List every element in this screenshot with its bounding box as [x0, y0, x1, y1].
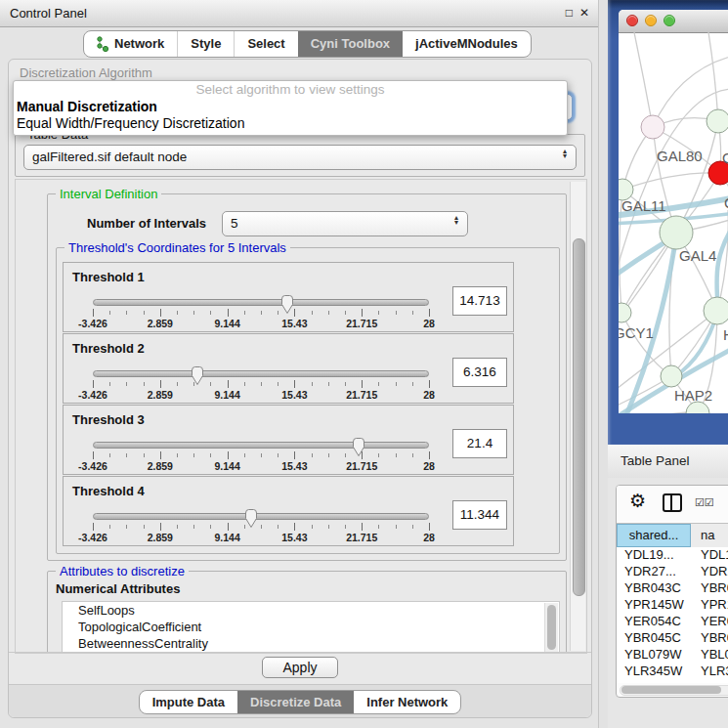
tab-discretize-data[interactable]: Discretize Data [237, 691, 354, 713]
network-node[interactable] [707, 109, 728, 133]
table-horizontal-scrollbar[interactable] [620, 685, 728, 696]
tab-infer-network[interactable]: Infer Network [354, 691, 460, 713]
column-header-shared-name[interactable]: shared... [617, 524, 691, 547]
network-window: GAL80GACGAL11GAL4GCY1HHAP2 [619, 10, 728, 413]
threshold-slider[interactable]: -3.4262.8599.14415.4321.71528 [93, 294, 429, 329]
apply-row: Apply [9, 652, 591, 685]
network-node[interactable] [641, 115, 664, 139]
dropdown-item-manual-discretization[interactable]: Manual Discretization [14, 99, 567, 115]
table-cell[interactable]: YBR045C [617, 630, 691, 647]
number-of-intervals-combobox[interactable]: 5 ▴ ▾ [222, 211, 468, 236]
table-cell[interactable]: YPR145W [617, 597, 691, 614]
dropdown-prompt-item[interactable]: Select algorithm to view settings [14, 81, 567, 99]
table-row[interactable]: YBR045CYBR0 [617, 630, 728, 647]
scrollbar-thumb[interactable] [573, 238, 585, 596]
table-cell[interactable]: YER0 [691, 614, 728, 630]
slider-track[interactable] [93, 513, 429, 520]
dropdown-item-equal-width-frequency-discretization[interactable]: Equal Width/Frequency Discretization [14, 115, 567, 132]
attribute-item-betweennesscentrality[interactable]: BetweennessCentrality [63, 635, 559, 652]
table-cell[interactable]: YBR0 [691, 630, 728, 647]
tab-network[interactable]: Network [84, 31, 177, 57]
apply-button[interactable]: Apply [262, 657, 337, 678]
table-cell[interactable]: YBL0 [691, 647, 728, 664]
tick-mark [109, 453, 110, 457]
table-cell[interactable]: YDR2 [691, 564, 728, 580]
table-cell[interactable]: YER054C [617, 614, 691, 630]
slider-thumb[interactable] [190, 365, 205, 386]
tab-style[interactable]: Style [177, 31, 234, 57]
network-window-titlebar[interactable] [619, 10, 728, 33]
tab-select[interactable]: Select [234, 31, 297, 57]
table-cell[interactable]: YDL19... [617, 547, 691, 564]
network-edge [622, 173, 720, 190]
zoom-traffic-light-icon[interactable] [664, 15, 675, 26]
table-row[interactable]: YIL052CYIL0 [617, 680, 728, 683]
table-panel-titlebar: Table Panel [608, 445, 728, 479]
table-cell[interactable]: YBL079W [617, 647, 691, 664]
network-node[interactable] [704, 297, 728, 324]
table-row[interactable]: YER054CYER0 [617, 614, 728, 630]
threshold-slider[interactable]: -3.4262.8599.14415.4321.71528 [93, 365, 429, 401]
table-row[interactable]: YPR145WYPR1 [617, 597, 728, 614]
settings-scrollbar[interactable] [570, 182, 585, 651]
table-cell[interactable]: YIL0 [691, 680, 728, 683]
tab-cyni-toolbox[interactable]: Cyni Toolbox [298, 31, 403, 57]
close-window-icon[interactable]: ✕ [579, 6, 589, 20]
network-node[interactable] [619, 303, 631, 322]
float-window-icon[interactable]: □ [566, 6, 573, 20]
tab-impute-data[interactable]: Impute Data [140, 691, 237, 713]
slider-track[interactable] [93, 442, 429, 449]
tick-mark [345, 453, 346, 457]
threshold-value-field[interactable]: 14.713 [452, 286, 507, 316]
scrollbar-thumb[interactable] [621, 686, 721, 694]
tick-mark [160, 380, 161, 388]
minimize-traffic-light-icon[interactable] [645, 15, 657, 26]
table-row[interactable]: YBL079WYBL0 [617, 647, 728, 664]
table-row[interactable]: YDR27...YDR2 [617, 564, 728, 580]
table-cell[interactable]: YDR27... [617, 564, 691, 580]
network-node[interactable] [660, 216, 693, 249]
tick-mark [312, 382, 313, 386]
table-cell[interactable]: YLR345W [617, 664, 691, 680]
scrollbar-thumb[interactable] [547, 605, 556, 650]
list-scrollbar[interactable] [544, 603, 558, 654]
tick-mark [160, 523, 161, 531]
slider-thumb[interactable] [351, 437, 366, 457]
gear-icon[interactable]: ⚙ [629, 490, 646, 512]
threshold-value-field[interactable]: 6.316 [452, 358, 507, 387]
combobox-arrows-icon[interactable]: ▴ ▾ [454, 216, 458, 225]
threshold-value-field[interactable]: 21.4 [452, 429, 507, 458]
threshold-slider[interactable]: -3.4262.8599.14415.4321.71528 [93, 437, 429, 472]
table-row[interactable]: YDL19...YDL1 [617, 547, 728, 564]
table-data-combobox[interactable]: galFiltered.sif default node ▴ ▾ [23, 145, 577, 170]
attribute-item-topologicalcoefficient[interactable]: TopologicalCoefficient [63, 619, 559, 635]
numerical-attributes-list[interactable]: SelfLoopsTopologicalCoefficientBetweenne… [62, 601, 560, 654]
threshold-value-field[interactable]: 11.344 [452, 500, 507, 530]
slider-tick-labels: -3.4262.8599.14415.4321.71528 [93, 318, 429, 329]
slider-track[interactable] [93, 299, 429, 306]
network-canvas[interactable]: GAL80GACGAL11GAL4GCY1HHAP2 [619, 32, 728, 413]
slider-track[interactable] [93, 370, 429, 377]
slider-thumb[interactable] [243, 508, 259, 529]
tab-jactivemnodules[interactable]: jActiveMNodules [403, 31, 531, 57]
column-header-name[interactable]: na [691, 524, 728, 547]
attribute-item-selfloops[interactable]: SelfLoops [63, 602, 559, 619]
tick-label: 9.144 [214, 389, 239, 401]
table-cell[interactable]: YBR0 [691, 580, 728, 597]
table-cell[interactable]: YDL1 [691, 547, 728, 564]
table-row[interactable]: YLR345WYLR3 [617, 664, 728, 680]
network-node[interactable] [661, 365, 682, 387]
close-traffic-light-icon[interactable] [626, 15, 638, 26]
table-cell[interactable]: YBR043C [617, 580, 691, 597]
table-row[interactable]: YBR043CYBR0 [617, 580, 728, 597]
slider-thumb[interactable] [279, 294, 295, 315]
select-columns-checkboxes-icon[interactable]: ☑☑ [695, 496, 714, 509]
table-cell[interactable]: YPR1 [691, 597, 728, 614]
table-cell[interactable]: YIL052C [617, 680, 691, 683]
tick-mark [93, 380, 94, 388]
attributes-items: SelfLoopsTopologicalCoefficientBetweenne… [63, 602, 559, 652]
table-cell[interactable]: YLR3 [691, 664, 728, 680]
threshold-slider[interactable]: -3.4262.8599.14415.4321.71528 [93, 508, 429, 543]
columns-icon[interactable] [663, 493, 682, 512]
combobox-arrows-icon[interactable]: ▴ ▾ [563, 150, 567, 158]
